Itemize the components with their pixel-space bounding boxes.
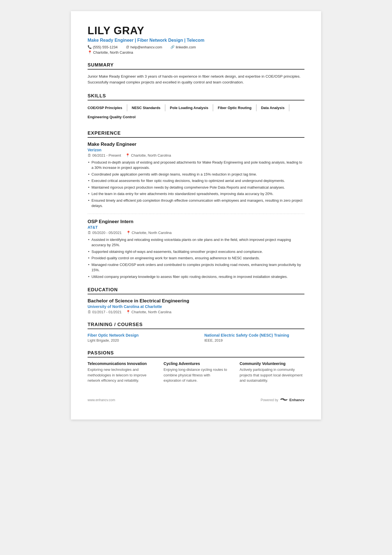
job-meta-2: 🗓 05/2020 - 05/2021 📍 Charlotte, North C… [88,231,304,235]
passions-grid: Telecommunications Innovation Exploring … [88,361,304,383]
skills-section: SKILLS COE/OSP Principles NESC Standards… [88,93,304,123]
training-org-1: Light Brigade, 2020 [88,338,188,342]
candidate-title: Make Ready Engineer | Fiber Network Desi… [88,38,304,43]
education-section: EDUCATION Bachelor of Science in Electri… [88,287,304,314]
passion-desc-2: Enjoying long-distance cycling routes to… [163,367,228,383]
company-name-1: Verizon [88,148,304,152]
edu-location: 📍 Charlotte, North Carolina [126,310,171,314]
training-heading: TRAINING / COURSES [88,322,304,329]
footer-brand: Powered by Enhancv [260,397,304,403]
bullet-item: Coordinated pole application permits wit… [88,172,304,177]
email-contact: @ help@enhancv.com [126,45,162,49]
job-location-1: 📍 Charlotte, North Carolina [125,153,171,157]
bullet-item: Supported obtaining right-of-ways and ea… [88,249,304,255]
bullet-item: Assisted in identifying and relocating e… [88,237,304,248]
location-icon-edu: 📍 [126,310,130,314]
edu-meta: 🗓 01/2017 - 01/2021 📍 Charlotte, North C… [88,310,304,314]
bullet-item: Executed critical assessments for fiber … [88,178,304,184]
experience-section: EXPERIENCE Make Ready Engineer Verizon 🗓… [88,130,304,280]
passion-title-3: Community Volunteering [240,361,304,366]
passion-item-3: Community Volunteering Actively particip… [240,361,304,383]
edu-dates: 🗓 01/2017 - 01/2021 [88,310,121,314]
candidate-name: LILY GRAY [88,25,304,37]
passion-desc-3: Actively participating in community proj… [240,367,304,383]
phone-icon: 📞 [88,45,92,49]
passion-item-2: Cycling Adventures Enjoying long-distanc… [163,361,228,383]
phone-value: (555) 555-1234 [93,45,118,49]
header-section: LILY GRAY Make Ready Engineer | Fiber Ne… [88,25,304,55]
job-bullets-2: Assisted in identifying and relocating e… [88,237,304,280]
linkedin-contact[interactable]: 🔗 linkedin.com [170,45,196,49]
summary-section: SUMMARY Junior Make Ready Engineer with … [88,62,304,85]
contact-row: 📞 (555) 555-1234 @ help@enhancv.com 🔗 li… [88,45,304,49]
skills-heading: SKILLS [88,93,304,100]
skills-list: COE/OSP Principles NESC Standards Pole L… [88,104,304,123]
bullet-item: Ensured timely and efficient job complet… [88,198,304,209]
passion-desc-1: Exploring new technologies and methodolo… [88,367,152,383]
enhancv-icon [280,397,288,403]
job-dates-2: 🗓 05/2020 - 05/2021 [88,231,122,235]
skill-item: Engineering Quality Control [88,114,140,120]
training-item-1: Fiber Optic Network Design Light Brigade… [88,333,188,342]
calendar-icon: 🗓 [88,153,91,157]
resume-container: LILY GRAY Make Ready Engineer | Fiber Ne… [71,11,321,420]
bullet-item: Provided quality control on engineering … [88,255,304,261]
email-value: help@enhancv.com [130,45,162,49]
brand-name: Enhancv [289,398,304,402]
company-name-2: AT&T [88,225,304,230]
job-title-1: Make Ready Engineer [88,142,304,147]
skill-item: Pole Loading Analysis [170,104,213,111]
edu-degree: Bachelor of Science in Electrical Engine… [88,298,304,304]
training-title-2: National Electric Safety Code (NESC) Tra… [204,333,304,337]
passion-item-1: Telecommunications Innovation Exploring … [88,361,152,383]
powered-by-text: Powered by [260,398,278,402]
passions-heading: PASSIONS [88,350,304,357]
location-icon-job2: 📍 [126,231,131,235]
calendar-icon-2: 🗓 [88,231,91,235]
job-divider [88,214,304,214]
training-org-2: IEEE, 2019 [204,338,304,342]
experience-heading: EXPERIENCE [88,130,304,138]
bullet-item: Produced in-depth analysis of existing a… [88,160,304,171]
location-value: Charlotte, North Carolina [93,50,133,55]
linkedin-value: linkedin.com [176,45,196,49]
skill-item: NESC Standards [132,104,165,111]
job-entry-1: Make Ready Engineer Verizon 🗓 06/2021 - … [88,142,304,209]
training-item-2: National Electric Safety Code (NESC) Tra… [204,333,304,342]
job-meta-1: 🗓 06/2021 - Present 📍 Charlotte, North C… [88,153,304,157]
footer: www.enhancv.com Powered by Enhancv [88,397,304,403]
skill-item: Fiber Optic Routing [218,104,256,111]
location-icon: 📍 [88,50,92,55]
email-icon: @ [126,45,129,49]
bullet-item: Managed routine COE/OSP work orders and … [88,262,304,273]
passion-title-2: Cycling Adventures [163,361,228,366]
job-dates-1: 🗓 06/2021 - Present [88,153,121,157]
job-location-2: 📍 Charlotte, North Carolina [126,231,172,235]
training-grid: Fiber Optic Network Design Light Brigade… [88,333,304,342]
location-icon-job1: 📍 [125,153,130,157]
calendar-icon-edu: 🗓 [88,310,91,314]
skill-item: COE/OSP Principles [88,104,127,111]
location-contact: 📍 Charlotte, North Carolina [88,50,304,55]
bullet-item: Maintained rigorous project production n… [88,185,304,190]
job-title-2: OSP Engineer Intern [88,219,304,225]
skill-item: Data Analysis [261,104,290,111]
summary-heading: SUMMARY [88,62,304,70]
passion-title-1: Telecommunications Innovation [88,361,152,366]
phone-contact: 📞 (555) 555-1234 [88,45,118,49]
job-bullets-1: Produced in-depth analysis of existing a… [88,160,304,209]
job-entry-2: OSP Engineer Intern AT&T 🗓 05/2020 - 05/… [88,219,304,280]
passions-section: PASSIONS Telecommunications Innovation E… [88,350,304,383]
summary-text: Junior Make Ready Engineer with 3 years … [88,73,304,85]
bullet-item: Led the team in data entry for wire atta… [88,191,304,197]
education-heading: EDUCATION [88,287,304,294]
link-icon: 🔗 [170,45,175,49]
edu-school: University of North Carolina at Charlott… [88,304,304,309]
footer-website: www.enhancv.com [88,398,115,402]
training-title-1: Fiber Optic Network Design [88,333,188,337]
training-section: TRAINING / COURSES Fiber Optic Network D… [88,322,304,342]
bullet-item: Utilized company proprietary knowledge t… [88,274,304,280]
